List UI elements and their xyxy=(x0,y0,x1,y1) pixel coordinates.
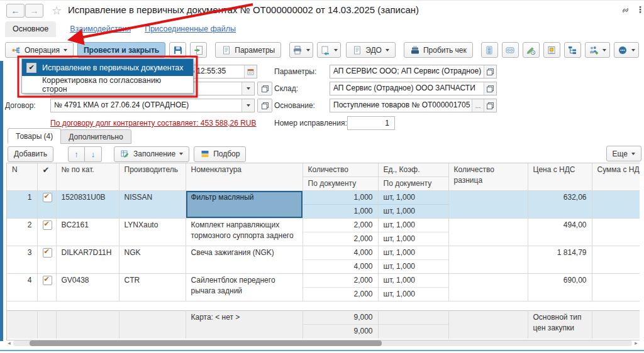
cell-qty-by-document[interactable]: 2,000 xyxy=(303,219,378,232)
scroll-left-arrow[interactable]: ◂ xyxy=(6,340,12,346)
col-header-sum[interactable]: Сумма с НДС xyxy=(592,163,640,191)
cell-catalog-number[interactable]: 1520831U0B xyxy=(56,191,119,219)
col-header-quantity[interactable]: Количество xyxy=(303,163,378,177)
cell-qty-by-document-2[interactable]: 4,000 xyxy=(303,260,378,274)
cell-n[interactable]: 1 xyxy=(7,191,37,219)
cell-check[interactable]: ✔ xyxy=(37,246,56,274)
cell-qty-by-document[interactable]: 4,000 xyxy=(303,246,378,260)
cell[interactable] xyxy=(378,311,448,325)
cell-unit[interactable]: шт, 1,000 xyxy=(378,191,448,205)
tab-interactions[interactable]: Взаимодействия xyxy=(70,24,131,37)
cell-qty-diff[interactable] xyxy=(448,246,528,274)
print-button[interactable] xyxy=(289,42,313,58)
total-qty[interactable]: 9,000 xyxy=(303,311,378,325)
tab-additional[interactable]: Дополнительно xyxy=(60,129,131,144)
row-checkbox[interactable]: ✔ xyxy=(43,276,52,285)
cell-qty-by-document[interactable]: 1,000 xyxy=(303,191,378,205)
dropdown-caret-icon[interactable] xyxy=(242,99,254,112)
open-button[interactable] xyxy=(257,82,272,95)
tab-attached-files[interactable]: Присоединенные файлы xyxy=(145,24,236,37)
total-sum[interactable]: 10 259 xyxy=(592,311,640,339)
menu-item-adjustment-by-agreement[interactable]: Корректировка по согласованию сторон xyxy=(22,76,193,93)
document-movements-button[interactable] xyxy=(502,42,519,58)
cell-manufacturer[interactable]: LYNXauto xyxy=(119,219,186,246)
cell-price-with-vat[interactable]: 1 814,79 xyxy=(528,246,592,274)
cell-price-with-vat[interactable]: 494,00 xyxy=(528,219,592,246)
move-down-button[interactable]: ↓ xyxy=(85,146,102,162)
col-header-unit[interactable]: Ед., Коэф. xyxy=(378,163,448,177)
cell[interactable] xyxy=(378,325,448,339)
cell-sum-with-vat[interactable]: 988 xyxy=(592,219,640,246)
row-checkbox[interactable]: ✔ xyxy=(43,220,52,230)
cell-sum-with-vat[interactable]: 7 259 xyxy=(592,246,640,274)
cell-unit[interactable]: шт, 1,000 xyxy=(378,274,448,288)
cell-nomenclature[interactable]: Свеча зажигания (NGK) xyxy=(186,246,303,274)
fill-button[interactable]: Заполнение xyxy=(114,146,189,162)
scroll-right-arrow[interactable]: ▸ xyxy=(633,340,639,346)
tab-main[interactable]: Основное xyxy=(5,21,56,37)
cell-price-with-vat[interactable]: 690,00 xyxy=(528,274,592,301)
correction-number-input[interactable] xyxy=(347,116,395,130)
col-header-catalog-number[interactable]: № по кат. xyxy=(56,163,119,191)
total-qty-2[interactable]: 9,000 xyxy=(303,325,378,339)
menu-item-correction-primary-docs[interactable]: ✔ Исправление в первичных документах xyxy=(22,59,193,76)
cell-n[interactable]: 3 xyxy=(7,246,37,274)
cell-check[interactable]: ✔ xyxy=(37,219,56,246)
col-header-manufacturer[interactable]: Производитель xyxy=(119,163,186,191)
cell[interactable] xyxy=(448,311,528,339)
contract-debt-link[interactable]: По договору долг контрагенту составляет:… xyxy=(50,119,257,128)
cell-unit-2[interactable]: шт, 1,000 xyxy=(378,288,448,301)
col-header-n[interactable]: N xyxy=(7,163,37,191)
structure-button[interactable] xyxy=(564,42,581,58)
cell-catalog-number[interactable]: DILKAR7D11H xyxy=(56,246,119,274)
cell-check[interactable]: ✔ xyxy=(37,274,56,301)
table-row[interactable]: 3✔DILKAR7D11HNGKСвеча зажигания (NGK)4,0… xyxy=(7,246,640,260)
discussions-button[interactable] xyxy=(614,42,639,58)
change-history-button[interactable] xyxy=(523,42,540,58)
scrollbar-thumb[interactable] xyxy=(30,340,382,346)
warehouse-field[interactable]: АП Сервис (Отрадное) ООО ЗАПЧАСТИ xyxy=(330,82,497,95)
tab-goods[interactable]: Товары (4) xyxy=(8,128,61,144)
cell-nomenclature[interactable]: Сайлентблок переднего рычага задний xyxy=(186,274,303,301)
total-price-type[interactable]: Основной тип цен закупки xyxy=(528,311,592,339)
open-icon[interactable] xyxy=(484,82,496,95)
assign-performer-button[interactable] xyxy=(585,42,610,58)
parameters-field[interactable]: АП СЕРВИС ООО; АП Сервис (Отрадное) ООО;… xyxy=(330,65,497,79)
cell-qty-diff[interactable] xyxy=(448,219,528,246)
cell-qty-by-document-2[interactable]: 2,000 xyxy=(303,232,378,246)
cell[interactable] xyxy=(37,311,56,339)
cell-unit[interactable]: шт, 1,000 xyxy=(378,219,448,232)
cell-unit[interactable]: шт, 1,000 xyxy=(378,246,448,260)
print-receipt-button[interactable]: Пробить чек xyxy=(404,42,473,58)
post-and-close-button[interactable]: Провести и закрыть xyxy=(77,42,165,58)
total-card[interactable]: Карта: < нет > xyxy=(186,311,303,339)
cell-qty-by-document-2[interactable]: 1,000 xyxy=(303,205,378,219)
edo-button[interactable]: ЭДО xyxy=(346,42,396,58)
cell-unit-2[interactable]: шт, 1,000 xyxy=(378,260,448,274)
post-document-button[interactable] xyxy=(190,42,207,58)
cell-manufacturer[interactable]: NISSAN xyxy=(119,191,186,219)
open-icon[interactable] xyxy=(484,99,496,112)
save-button[interactable] xyxy=(169,42,186,58)
col-header-nomenclature[interactable]: Номенклатура xyxy=(186,163,303,191)
favorite-star-icon[interactable]: ☆ xyxy=(52,4,62,18)
cell[interactable] xyxy=(7,311,37,339)
dropdown-caret-icon[interactable] xyxy=(242,82,254,95)
cell-unit-2[interactable]: шт, 1,000 xyxy=(378,205,448,219)
cell-sum-with-vat[interactable]: 632 xyxy=(592,191,640,219)
cell-nomenclature[interactable]: Комплект направляющих тормозного суппорт… xyxy=(186,219,303,246)
add-row-button[interactable]: Добавить xyxy=(8,146,53,162)
cell-qty-diff[interactable] xyxy=(448,191,528,219)
cell-qty-by-document-2[interactable]: 2,000 xyxy=(303,288,378,301)
cell-sum-with-vat[interactable]: 1 380 xyxy=(592,274,640,301)
cell-qty-diff[interactable] xyxy=(448,274,528,301)
cell-catalog-number[interactable]: GV0438 xyxy=(56,274,119,301)
row-checkbox[interactable]: ✔ xyxy=(43,193,52,202)
forward-button[interactable]: → xyxy=(25,4,43,18)
open-button[interactable] xyxy=(257,99,272,112)
cell-n[interactable]: 2 xyxy=(7,219,37,246)
ellipsis-button[interactable]: ... xyxy=(472,99,484,112)
cell-catalog-number[interactable]: BC2161 xyxy=(56,219,119,246)
table-row[interactable]: 4✔GV0438CTRСайлентблок переднего рычага … xyxy=(7,274,640,288)
cell-nomenclature[interactable]: Фильтр масляный xyxy=(186,191,303,219)
